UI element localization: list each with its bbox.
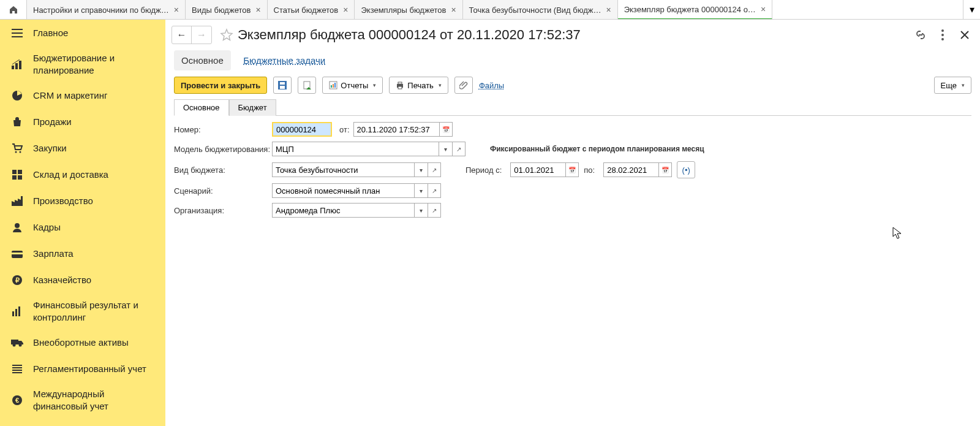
window-tab[interactable]: Виды бюджетов× <box>186 0 268 19</box>
tab-overflow-button[interactable]: ▾ <box>963 0 980 19</box>
svg-rect-5 <box>19 61 21 69</box>
close-icon[interactable] <box>958 28 971 42</box>
sidebar-item-warehouse[interactable]: Склад и доставка <box>0 161 165 188</box>
tab-close-icon[interactable]: × <box>606 5 611 15</box>
calendar-icon[interactable]: 📅 <box>439 122 453 137</box>
window-tab[interactable]: Статьи бюджетов× <box>268 0 355 19</box>
svg-point-13 <box>15 223 20 228</box>
inner-tab-budget[interactable]: Бюджет <box>229 99 276 116</box>
org-label: Организация: <box>174 206 272 215</box>
link-icon[interactable] <box>914 28 927 42</box>
kebab-icon[interactable] <box>936 28 949 42</box>
dropdown-icon[interactable]: ▾ <box>439 142 452 156</box>
svg-point-8 <box>20 151 21 153</box>
tab-close-icon[interactable]: × <box>451 5 456 15</box>
subnav-tasks[interactable]: Бюджетные задачи <box>236 50 333 70</box>
save-button[interactable] <box>273 77 292 94</box>
kind-input[interactable] <box>272 162 414 177</box>
favorite-button[interactable] <box>218 26 235 44</box>
open-icon[interactable]: ↗ <box>428 162 441 177</box>
open-icon[interactable]: ↗ <box>428 183 441 198</box>
calendar-icon[interactable]: 📅 <box>658 162 672 177</box>
sidebar-label: Бюджетирование и планирование <box>33 52 156 76</box>
chart-icon <box>10 59 24 69</box>
sidebar-item-main[interactable]: Главное <box>0 20 165 46</box>
tab-close-icon[interactable]: × <box>761 4 766 14</box>
subnav-main[interactable]: Основное <box>174 50 231 70</box>
dropdown-icon[interactable]: ▾ <box>414 183 428 198</box>
tab-close-icon[interactable]: × <box>255 5 260 15</box>
svg-rect-1 <box>12 32 23 34</box>
tab-close-icon[interactable]: × <box>174 5 179 15</box>
open-icon[interactable]: ↗ <box>428 203 441 218</box>
svg-point-22 <box>13 343 16 346</box>
number-input[interactable] <box>272 122 332 137</box>
more-label: Еще <box>941 81 957 90</box>
back-button[interactable]: ← <box>172 26 192 44</box>
svg-rect-15 <box>12 253 23 254</box>
sidebar-item-intl[interactable]: € Международный финансовый учет <box>0 382 165 418</box>
print-button[interactable]: Печать <box>389 77 448 94</box>
window-tab[interactable]: Экземпляры бюджетов× <box>355 0 462 19</box>
sidebar-item-production[interactable]: Производство <box>0 188 165 214</box>
svg-point-23 <box>19 343 22 346</box>
period-picker-button[interactable]: (•) <box>677 161 695 178</box>
home-button[interactable] <box>0 0 27 19</box>
period-from-label: Период с: <box>466 165 502 175</box>
svg-rect-34 <box>280 82 285 85</box>
tab-label: Статьи бюджетов <box>274 6 339 15</box>
more-button[interactable]: Еще <box>934 77 971 94</box>
window-tab[interactable]: Экземпляр бюджета 000000124 о…× <box>618 0 772 19</box>
sidebar-item-finresult[interactable]: Финансовый результат и контроллинг <box>0 293 165 329</box>
sidebar-label: CRM и маркетинг <box>33 89 156 102</box>
sidebar: Главное Бюджетирование и планирование CR… <box>0 20 165 426</box>
svg-rect-4 <box>15 63 18 69</box>
nav-arrows: ← → <box>172 26 212 44</box>
svg-rect-20 <box>18 306 20 316</box>
page-title: Экземпляр бюджета 000000124 от 20.11.202… <box>238 27 914 43</box>
sidebar-item-hr[interactable]: Кадры <box>0 214 165 240</box>
window-tab[interactable]: Настройки и справочники по бюдж…× <box>27 0 186 19</box>
period-from-input[interactable] <box>510 162 565 177</box>
svg-text:€: € <box>15 397 19 404</box>
euro-icon: € <box>10 395 24 406</box>
date-input[interactable] <box>353 122 439 137</box>
inner-tab-main[interactable]: Основное <box>174 99 229 116</box>
sidebar-item-sales[interactable]: Продажи <box>0 108 165 135</box>
model-input[interactable] <box>272 142 439 156</box>
svg-rect-10 <box>18 170 22 174</box>
model-label: Модель бюджетирования: <box>174 145 272 154</box>
ruble-icon: ₽ <box>10 275 24 286</box>
svg-rect-40 <box>334 83 336 88</box>
sidebar-item-salary[interactable]: Зарплата <box>0 240 165 267</box>
reports-button[interactable]: Отчеты <box>322 77 383 94</box>
svg-rect-27 <box>12 372 22 373</box>
scenario-input[interactable] <box>272 183 414 198</box>
dropdown-icon[interactable]: ▾ <box>414 203 428 218</box>
svg-rect-9 <box>12 170 17 174</box>
window-tab[interactable]: Точка безубыточности (Вид бюдж…× <box>463 0 618 19</box>
tab-close-icon[interactable]: × <box>343 5 348 15</box>
post-and-close-button[interactable]: Провести и закрыть <box>174 77 267 94</box>
post-button[interactable] <box>298 77 316 94</box>
svg-rect-2 <box>12 36 23 37</box>
org-input[interactable] <box>272 203 414 218</box>
attach-button[interactable] <box>454 77 473 94</box>
open-icon[interactable]: ↗ <box>452 142 466 156</box>
sidebar-item-purchases[interactable]: Закупки <box>0 135 165 161</box>
sidebar-item-treasury[interactable]: ₽ Казначейство <box>0 267 165 293</box>
files-link[interactable]: Файлы <box>479 81 504 90</box>
sidebar-item-regaccount[interactable]: Регламентированный учет <box>0 356 165 382</box>
sidebar-label: Международный финансовый учет <box>33 388 156 412</box>
sidebar-item-budgeting[interactable]: Бюджетирование и планирование <box>0 46 165 82</box>
svg-rect-3 <box>12 66 14 69</box>
tab-label: Экземпляр бюджета 000000124 о… <box>624 5 756 14</box>
forward-button[interactable]: → <box>192 26 211 44</box>
dropdown-icon[interactable]: ▾ <box>414 162 428 177</box>
svg-rect-35 <box>280 86 285 89</box>
pie-icon <box>10 90 24 101</box>
calendar-icon[interactable]: 📅 <box>565 162 579 177</box>
sidebar-item-assets[interactable]: Внеоборотные активы <box>0 329 165 356</box>
period-to-input[interactable] <box>603 162 658 177</box>
sidebar-item-crm[interactable]: CRM и маркетинг <box>0 82 165 108</box>
